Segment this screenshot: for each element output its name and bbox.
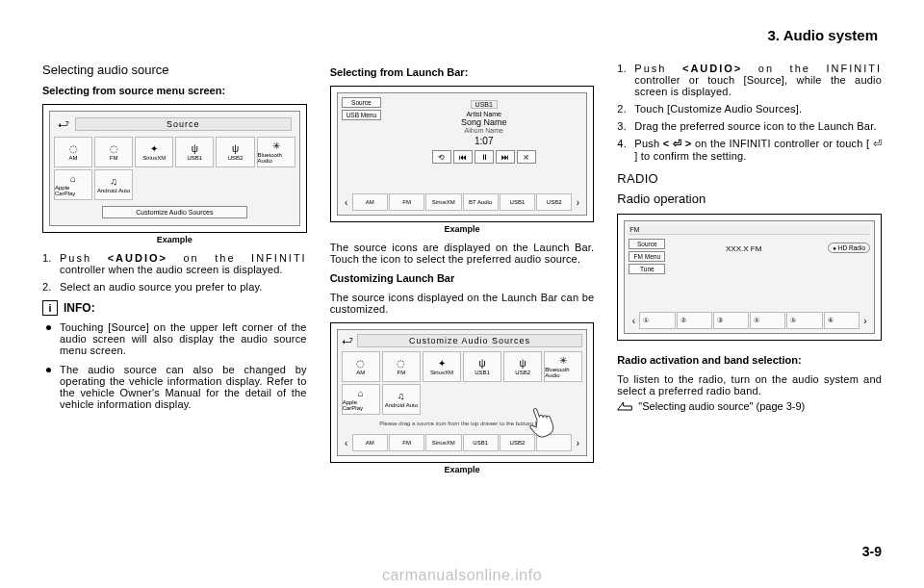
shuffle-icon: ⤨ — [517, 150, 536, 164]
paragraph-radio-activation: To listen to the radio, turn on the audi… — [617, 373, 882, 396]
preset-3: ③ — [713, 312, 749, 329]
back-icon: ⮐ — [58, 117, 69, 131]
launch-sxm: SiriusXM — [425, 193, 461, 211]
launch-fm: FM — [389, 193, 424, 211]
launch-usb1: USB1 — [500, 193, 535, 211]
paragraph-launch-desc: The source icons are displayed on the La… — [330, 242, 595, 265]
chevron-left-icon-3: ‹ — [629, 316, 638, 326]
fig1-title: Source — [75, 117, 292, 131]
subheading-customize: Customizing Launch Bar — [330, 272, 595, 284]
footer-watermark: carmanualsonline.info — [0, 567, 924, 584]
preset-6: ⑥ — [824, 312, 860, 329]
source-android: ♫Android Auto — [94, 169, 133, 200]
src-android: ♫Android Auto — [382, 384, 421, 415]
chevron-left-icon-2: ‹ — [342, 438, 351, 448]
paragraph-customize-desc: The source icons displayed on the Launch… — [330, 292, 595, 315]
c3-step-4: Push < ⏎ > on the INFINITI controller or… — [617, 138, 882, 162]
chevron-right-icon-2: › — [573, 438, 582, 448]
preset-2: ② — [677, 312, 712, 329]
album-name: Album Name — [385, 127, 582, 134]
source-fm: ◌FM — [94, 137, 133, 167]
artist-name: Artist Name — [385, 111, 582, 117]
slot-3: SiriusXM — [425, 434, 461, 451]
fig4-band: FM — [629, 225, 870, 235]
chevron-right-icon: › — [573, 197, 582, 208]
repeat-icon: ⟲ — [432, 150, 451, 164]
slot-4: USB1 — [463, 434, 499, 451]
step-1: Push <AUDIO> on the INFINITI controller … — [42, 252, 307, 275]
page-number: 3-9 — [862, 544, 882, 559]
info-label: INFO: — [64, 301, 95, 315]
src-carplay: ⌂Apple CarPlay — [342, 384, 380, 415]
source-usb2: ψUSB2 — [216, 137, 254, 167]
src-am: ◌AM — [342, 351, 380, 382]
slot-1: AM — [352, 434, 388, 451]
fig2-title-chip: USB1 — [471, 100, 498, 109]
fig3-title: Customize Audio Sources — [357, 334, 583, 347]
caption-example-3: Example — [330, 465, 595, 474]
chevron-left-icon: ‹ — [342, 197, 351, 208]
info-icon: i — [42, 300, 58, 316]
pill-usb-menu: USB Menu — [342, 110, 381, 120]
launch-bt: BT Audio — [463, 193, 499, 211]
figure-source-menu: ⮐ Source ◌AM ◌FM ✦SiriusXM ψUSB1 ψUSB2 ✳… — [42, 104, 307, 233]
hd-radio-pill: HD Radio — [828, 243, 870, 253]
info-bullet-1: Touching [Source] on the upper left corn… — [42, 321, 307, 356]
fig4-freq: XXX.X FM — [669, 244, 818, 253]
figure-launch-bar: Source USB Menu USB1 Artist Name Song Na… — [330, 86, 595, 222]
info-bullet-2: The audio source can also be changed by … — [42, 364, 307, 410]
xref-text: "Selecting audio source" (page 3-9) — [638, 400, 805, 414]
caption-example-1: Example — [42, 235, 307, 244]
chapter-header: 3. Audio system — [42, 27, 882, 43]
pill-tune: Tune — [629, 264, 665, 274]
figure-customize-sources: ⮐ Customize Audio Sources ◌AM ◌FM ✦Siriu… — [330, 322, 595, 463]
pill-source: Source — [342, 97, 381, 108]
customize-sources-btn: Customize Audio Sources — [102, 206, 246, 218]
preset-1: ① — [639, 312, 675, 329]
section-title: Selecting audio source — [42, 63, 307, 77]
subheading-source-menu: Selecting from source menu screen: — [42, 85, 307, 96]
pill-fm-menu: FM Menu — [629, 251, 665, 262]
source-am: ◌AM — [54, 137, 92, 167]
column-2: Selecting from Launch Bar: Source USB Me… — [330, 63, 595, 482]
play-time: 1:07 — [385, 136, 582, 146]
src-usb2: ψUSB2 — [503, 351, 542, 382]
src-fm: ◌FM — [382, 351, 421, 382]
source-sxm: ✦SiriusXM — [135, 137, 173, 167]
launch-usb2: USB2 — [536, 193, 572, 211]
subheading-radio-activation: Radio activation and band selection: — [617, 354, 882, 366]
launch-am: AM — [352, 193, 388, 211]
c3-step-3: Drag the preferred source icon to the La… — [617, 120, 882, 132]
figure-radio: FM Source FM Menu Tune XXX.X FM HD Radio — [617, 214, 882, 341]
next-icon: ⏭ — [496, 150, 515, 164]
column-3: Push <AUDIO> on the INFINITI controller … — [617, 63, 882, 482]
src-sxm: ✦SiriusXM — [423, 351, 461, 382]
radio-heading: RADIO — [617, 171, 882, 186]
chevron-right-icon-3: › — [860, 316, 870, 326]
pill-source-2: Source — [629, 239, 665, 249]
pause-icon: ⏸ — [475, 150, 494, 164]
preset-5: ⑤ — [786, 312, 822, 329]
caption-example-2: Example — [330, 224, 595, 234]
src-usb1: ψUSB1 — [463, 351, 501, 382]
column-1: Selecting audio source Selecting from so… — [42, 63, 307, 482]
source-usb1: ψUSB1 — [175, 137, 214, 167]
c3-step-1: Push <AUDIO> on the INFINITI controller … — [617, 63, 882, 97]
xref-icon — [617, 400, 632, 414]
song-name: Song Name — [385, 117, 582, 127]
c3-step-2: Touch [Customize Audio Sources]. — [617, 103, 882, 115]
radio-subheading: Radio operation — [617, 192, 882, 206]
source-bt: ✳Bluetooth Audio — [257, 137, 295, 167]
preset-4: ④ — [750, 312, 785, 329]
step-2: Select an audio source you prefer to pla… — [42, 281, 307, 293]
back-icon-2: ⮐ — [342, 334, 353, 347]
slot-5: USB2 — [500, 434, 535, 451]
source-carplay: ⌂Apple CarPlay — [54, 169, 92, 200]
prev-icon: ⏮ — [453, 150, 473, 164]
src-bt: ✳Bluetooth Audio — [544, 351, 582, 382]
subheading-launch-bar: Selecting from Launch Bar: — [330, 66, 595, 78]
slot-2: FM — [389, 434, 424, 451]
